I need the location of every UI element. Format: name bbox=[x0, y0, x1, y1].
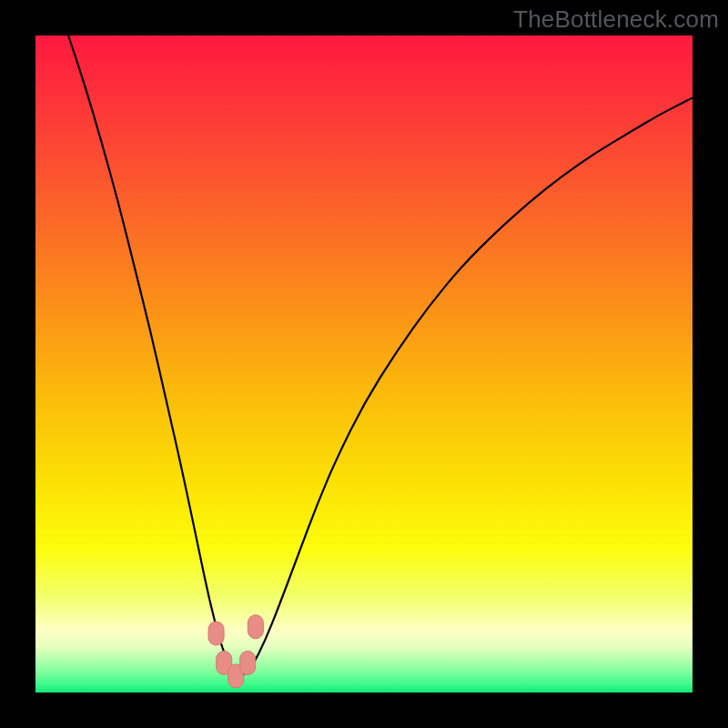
outer-frame: TheBottleneck.com bbox=[0, 0, 728, 728]
bottleneck-chart bbox=[35, 35, 693, 693]
curve-marker bbox=[240, 652, 256, 675]
gradient-background bbox=[35, 35, 693, 693]
curve-marker bbox=[208, 622, 224, 645]
curve-marker bbox=[248, 615, 263, 639]
plot-area-wrapper bbox=[35, 35, 693, 693]
watermark-label: TheBottleneck.com bbox=[513, 5, 719, 34]
